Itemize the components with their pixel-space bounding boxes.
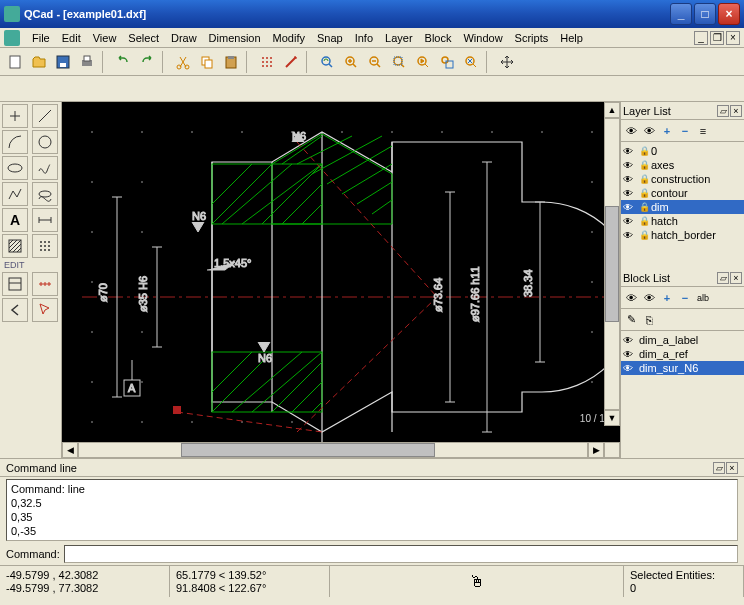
menu-file[interactable]: File [26,30,56,46]
tool-polyline-icon[interactable] [2,182,28,206]
block-add-icon[interactable]: + [659,290,675,306]
zoom-redraw-icon[interactable] [316,51,338,73]
menu-help[interactable]: Help [554,30,589,46]
mdi-minimize-button[interactable]: _ [694,31,708,45]
layer-edit-icon[interactable]: ≡ [695,123,711,139]
menu-info[interactable]: Info [349,30,379,46]
block-list[interactable]: 👁dim_a_label👁dim_a_ref👁dim_sur_N6 [621,331,744,458]
eye-icon[interactable]: 👁 [623,363,637,374]
tool-edit-icon[interactable] [2,272,28,296]
tool-measure-icon[interactable] [32,272,58,296]
tool-select-icon[interactable] [32,298,58,322]
draft-icon[interactable] [280,51,302,73]
menu-layer[interactable]: Layer [379,30,419,46]
lock-icon[interactable]: 🔒 [639,230,649,240]
cmd-close-icon[interactable]: × [726,462,738,474]
layer-item[interactable]: 👁🔒contour [621,186,744,200]
layer-item[interactable]: 👁🔒dim [621,200,744,214]
minimize-button[interactable]: _ [670,3,692,25]
block-attr-icon[interactable]: alb [695,290,711,306]
menu-select[interactable]: Select [122,30,165,46]
mdi-restore-button[interactable]: ❐ [710,31,724,45]
copy-icon[interactable] [196,51,218,73]
lock-icon[interactable]: 🔒 [639,146,649,156]
tool-dimension-icon[interactable] [32,208,58,232]
layer-item[interactable]: 👁🔒0 [621,144,744,158]
menu-block[interactable]: Block [419,30,458,46]
lock-icon[interactable]: 🔒 [639,188,649,198]
block-hideall-icon[interactable]: 👁 [641,290,657,306]
paste-icon[interactable] [220,51,242,73]
tool-circle-icon[interactable] [32,130,58,154]
zoom-window-icon[interactable] [436,51,458,73]
move-icon[interactable] [496,51,518,73]
eye-icon[interactable]: 👁 [623,335,637,346]
layer-item[interactable]: 👁🔒hatch_border [621,228,744,242]
zoom-auto-icon[interactable] [388,51,410,73]
redo-icon[interactable] [136,51,158,73]
menu-dimension[interactable]: Dimension [203,30,267,46]
menu-scripts[interactable]: Scripts [509,30,555,46]
horizontal-scrollbar[interactable]: ◀ ▶ [62,442,620,458]
print-icon[interactable] [76,51,98,73]
tool-spline-icon[interactable] [32,156,58,180]
eye-icon[interactable]: 👁 [623,202,637,213]
eye-icon[interactable]: 👁 [623,349,637,360]
layer-list[interactable]: 👁🔒0👁🔒axes👁🔒construction👁🔒contour👁🔒dim👁🔒h… [621,142,744,269]
block-showall-icon[interactable]: 👁 [623,290,639,306]
eye-icon[interactable]: 👁 [623,160,637,171]
lock-icon[interactable]: 🔒 [639,202,649,212]
layer-add-icon[interactable]: + [659,123,675,139]
menu-draw[interactable]: Draw [165,30,203,46]
close-button[interactable]: × [718,3,740,25]
menu-snap[interactable]: Snap [311,30,349,46]
block-remove-icon[interactable]: − [677,290,693,306]
grid-icon[interactable] [256,51,278,73]
menu-modify[interactable]: Modify [267,30,311,46]
cmd-undock-icon[interactable]: ▱ [713,462,725,474]
zoom-prev-icon[interactable] [412,51,434,73]
tool-hatch-icon[interactable] [2,234,28,258]
menu-view[interactable]: View [87,30,123,46]
menu-edit[interactable]: Edit [56,30,87,46]
block-rename-icon[interactable]: ✎ [623,312,639,328]
tool-ellipse-icon[interactable] [2,156,28,180]
command-input[interactable] [64,545,738,563]
layer-item[interactable]: 👁🔒hatch [621,214,744,228]
mdi-sys-icon[interactable] [4,30,20,46]
cut-icon[interactable] [172,51,194,73]
tool-back-icon[interactable] [2,298,28,322]
layer-item[interactable]: 👁🔒construction [621,172,744,186]
zoom-out-icon[interactable] [364,51,386,73]
eye-icon[interactable]: 👁 [623,174,637,185]
menu-window[interactable]: Window [457,30,508,46]
drawing-area[interactable]: ø70 ø35 H6 ø73.64 ø97.66 h11 38.34 1.5 [62,102,620,458]
command-history[interactable]: Command: line0,32.50,350,-35 [6,479,738,541]
block-item[interactable]: 👁dim_a_label [621,333,744,347]
tool-text-icon[interactable]: A [2,208,28,232]
block-insert-icon[interactable]: ⎘ [641,312,657,328]
block-item[interactable]: 👁dim_a_ref [621,347,744,361]
block-undock-icon[interactable]: ▱ [717,272,729,284]
block-item[interactable]: 👁dim_sur_N6 [621,361,744,375]
eye-icon[interactable]: 👁 [623,216,637,227]
vertical-scrollbar[interactable]: ▲ ▼ [604,102,620,426]
lock-icon[interactable]: 🔒 [639,160,649,170]
layer-showall-icon[interactable]: 👁 [623,123,639,139]
lock-icon[interactable]: 🔒 [639,216,649,226]
layer-close-icon[interactable]: × [730,105,742,117]
open-icon[interactable] [28,51,50,73]
block-close-icon[interactable]: × [730,272,742,284]
lock-icon[interactable]: 🔒 [639,174,649,184]
save-icon[interactable] [52,51,74,73]
layer-hideall-icon[interactable]: 👁 [641,123,657,139]
layer-undock-icon[interactable]: ▱ [717,105,729,117]
tool-line-icon[interactable] [32,104,58,128]
tool-arc-icon[interactable] [2,130,28,154]
eye-icon[interactable]: 👁 [623,188,637,199]
zoom-pan-icon[interactable] [460,51,482,73]
zoom-in-icon[interactable] [340,51,362,73]
tool-image-icon[interactable] [32,234,58,258]
maximize-button[interactable]: □ [694,3,716,25]
eye-icon[interactable]: 👁 [623,230,637,241]
